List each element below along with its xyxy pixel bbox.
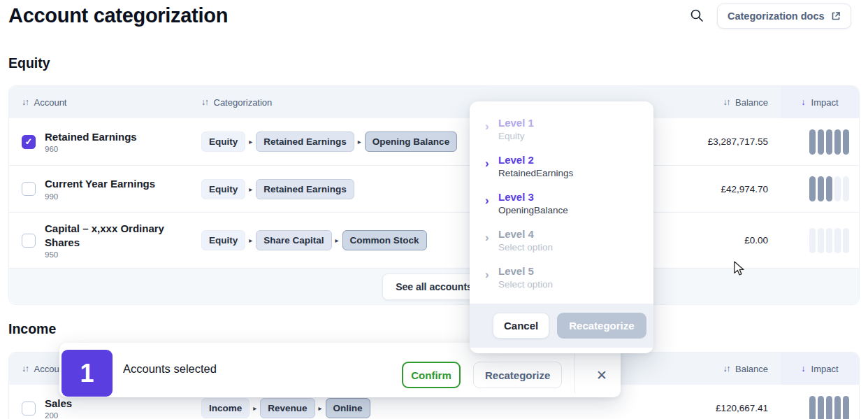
categorization-docs-label: Categorization docs — [728, 10, 825, 22]
sort-icon[interactable]: ↓↑ — [723, 97, 730, 107]
impact-bar — [826, 176, 832, 201]
category-tag[interactable]: Equity — [201, 230, 245, 250]
recategorize-bar-button[interactable]: Recategorize — [473, 362, 562, 388]
categorization-docs-button[interactable]: Categorization docs — [717, 3, 851, 29]
impact-bar — [809, 228, 816, 253]
level-item[interactable]: › Level 5 Select option — [470, 259, 653, 296]
account-code: 960 — [45, 145, 190, 153]
account-cell: Current Year Earnings 990 — [45, 177, 190, 201]
category-tag[interactable]: Equity — [201, 132, 245, 152]
category-tag[interactable]: Common Stock — [342, 230, 427, 250]
category-tag[interactable]: Retained Earnings — [256, 179, 354, 199]
selected-count-badge: 1 — [62, 350, 113, 397]
account-cell: Sales 200 — [45, 397, 190, 419]
equity-table-header: ↓↑ Account ↓↑ Categorization ↓↑ Balance … — [9, 86, 859, 118]
impact-bar — [843, 176, 849, 201]
row-checkbox[interactable] — [22, 234, 36, 248]
column-header-categorization[interactable]: ↓↑ Categorization — [201, 97, 272, 108]
sort-icon[interactable]: ↓↑ — [201, 97, 208, 107]
sort-icon[interactable]: ↓↑ — [723, 364, 730, 374]
account-cell: Capital – x,xxx Ordinary Shares 950 — [45, 222, 190, 259]
cancel-button[interactable]: Cancel — [493, 313, 549, 339]
impact-bar — [834, 129, 841, 155]
level-value: RetainedEarnings — [498, 168, 573, 178]
row-checkbox[interactable] — [22, 182, 36, 196]
search-icon[interactable] — [690, 8, 704, 22]
category-tag[interactable]: Retained Earnings — [256, 132, 354, 152]
impact-bar — [818, 396, 824, 419]
account-name: Current Year Earnings — [45, 177, 190, 191]
external-link-icon — [831, 11, 841, 21]
column-header-balance[interactable]: ↓↑ Balance — [723, 97, 768, 108]
sort-icon[interactable]: ↓↑ — [22, 364, 29, 374]
table-row: Capital – x,xxx Ordinary Shares 950 Equi… — [9, 212, 859, 268]
category-tag[interactable]: Opening Balance — [365, 132, 457, 152]
impact-bar — [818, 228, 824, 253]
impact-bar — [834, 176, 841, 201]
column-label-balance: Balance — [735, 364, 768, 374]
close-icon[interactable]: ✕ — [588, 362, 615, 388]
column-header-impact[interactable]: ↓ Impact — [781, 353, 859, 385]
tag-separator-icon: ▸ — [249, 138, 252, 145]
impact-bar — [809, 396, 816, 419]
chevron-right-icon: › — [485, 269, 498, 290]
category-tag[interactable]: Income — [201, 398, 249, 418]
row-checkbox[interactable]: ✓ — [22, 135, 36, 149]
categorization-tags: Equity▸Retained Earnings▸Opening Balance — [201, 132, 457, 152]
impact-bar — [834, 228, 841, 253]
level-text: Level 5 Select option — [498, 265, 553, 290]
level-value: Select option — [498, 242, 553, 253]
row-checkbox[interactable] — [22, 402, 36, 416]
level-label: Level 4 — [498, 228, 553, 240]
tag-separator-icon: ▸ — [253, 404, 256, 412]
chevron-right-icon: › — [485, 120, 498, 141]
column-label-balance: Balance — [735, 97, 768, 108]
level-item[interactable]: › Level 4 Select option — [470, 222, 653, 259]
sort-desc-icon[interactable]: ↓ — [801, 97, 805, 107]
table-row: Current Year Earnings 990 Equity▸Retaine… — [9, 165, 859, 212]
level-text: Level 3 OpeningBalance — [498, 191, 568, 215]
sort-desc-icon[interactable]: ↓ — [801, 364, 805, 374]
confirm-button[interactable]: Confirm — [402, 362, 461, 388]
category-tag[interactable]: Share Capital — [256, 230, 331, 250]
level-item[interactable]: › Level 2 RetainedEarnings — [470, 148, 653, 185]
level-label: Level 2 — [498, 154, 573, 166]
account-code: 200 — [45, 411, 190, 419]
column-header-balance[interactable]: ↓↑ Balance — [723, 364, 768, 374]
table-row: ✓ Retained Earnings 960 Equity▸Retained … — [9, 118, 859, 165]
column-label-categorization: Categorization — [214, 97, 273, 108]
level-text: Level 4 Select option — [498, 228, 553, 253]
category-tag[interactable]: Revenue — [260, 398, 314, 418]
impact-meter — [809, 228, 849, 253]
impact-bar — [826, 228, 832, 253]
impact-bar — [826, 396, 832, 419]
level-item[interactable]: › Level 3 OpeningBalance — [470, 185, 653, 222]
level-item[interactable]: › Level 1 Equity — [470, 111, 653, 148]
column-label-impact: Impact — [811, 364, 839, 374]
equity-section-heading: Equity — [8, 55, 50, 71]
sort-icon[interactable]: ↓↑ — [22, 97, 29, 107]
category-tag[interactable]: Equity — [201, 179, 245, 199]
balance-value: £0.00 — [744, 235, 768, 246]
column-header-impact[interactable]: ↓ Impact — [781, 86, 859, 118]
account-cell: Retained Earnings 960 — [45, 130, 190, 154]
level-value: Select option — [498, 279, 553, 290]
popup-footer: Cancel Recategorize — [470, 304, 653, 348]
recategorize-button-disabled[interactable]: Recategorize — [557, 313, 646, 339]
impact-bar — [843, 129, 849, 155]
account-name: Sales — [45, 397, 190, 411]
impact-bar — [843, 396, 849, 419]
impact-bar — [809, 129, 816, 155]
level-text: Level 1 Equity — [498, 117, 534, 141]
impact-bar — [834, 396, 841, 419]
category-tag[interactable]: Online — [326, 398, 370, 418]
impact-bar — [826, 129, 832, 155]
impact-bar — [809, 176, 816, 201]
equity-table: ↓↑ Account ↓↑ Categorization ↓↑ Balance … — [8, 85, 860, 305]
chevron-right-icon: › — [485, 194, 498, 215]
page-title: Account categorization — [8, 4, 228, 27]
column-header-account[interactable]: ↓↑ Account — [22, 97, 66, 108]
impact-bar — [818, 176, 824, 201]
level-text: Level 2 RetainedEarnings — [498, 154, 573, 178]
equity-table-footer: See all accounts — [9, 268, 859, 304]
